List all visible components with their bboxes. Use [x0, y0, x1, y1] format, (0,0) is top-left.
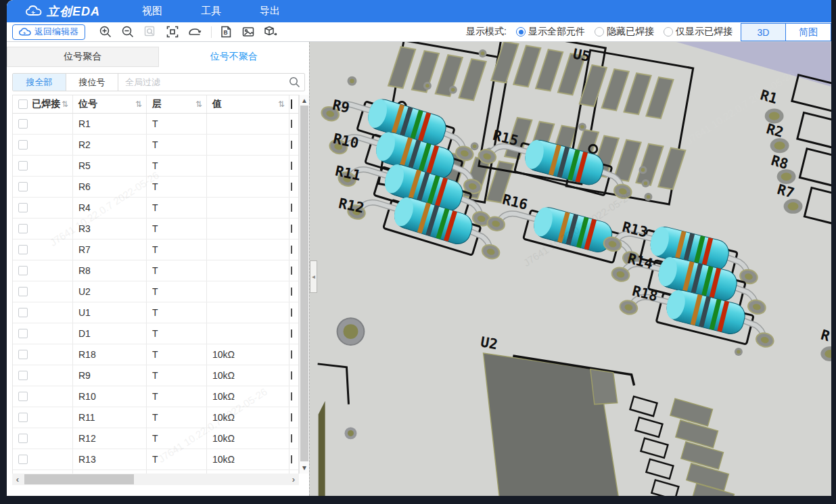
- radio-show-all-dot[interactable]: [516, 27, 526, 37]
- table-row[interactable]: R12 T 10kΩ: [13, 428, 298, 449]
- view-schematic-button[interactable]: 简图: [786, 23, 831, 41]
- radio-hide-soldered-dot[interactable]: [595, 27, 604, 37]
- sort-soldered-icon[interactable]: ⇅: [62, 99, 68, 109]
- radio-only-soldered-dot[interactable]: [664, 27, 673, 37]
- back-to-editor-button[interactable]: 返回编辑器: [12, 24, 85, 40]
- table-row[interactable]: R1 T: [13, 114, 298, 135]
- radio-show-all[interactable]: 显示全部元件: [516, 26, 585, 38]
- row-clipped-cell: [289, 407, 299, 428]
- sort-designator-icon[interactable]: ⇅: [135, 99, 142, 109]
- row-checkbox[interactable]: [18, 434, 28, 443]
- vertical-scrollbar[interactable]: ▲ ▼: [299, 95, 309, 474]
- zoom-out-icon[interactable]: [120, 24, 136, 40]
- rotate-view-icon[interactable]: [187, 24, 203, 40]
- table-row[interactable]: R4 T: [13, 198, 298, 219]
- table-row[interactable]: R18 T 10kΩ: [13, 344, 298, 365]
- table-row[interactable]: R5 T: [13, 156, 298, 177]
- row-designator-cell: R18: [73, 344, 147, 365]
- horizontal-scroll-thumb[interactable]: [24, 474, 134, 484]
- fit-view-icon[interactable]: [164, 24, 181, 40]
- panel-collapse-handle[interactable]: ◄: [310, 260, 317, 293]
- table-row[interactable]: R10 T 10kΩ: [13, 386, 298, 407]
- tab-aggregated[interactable]: 位号聚合: [7, 47, 159, 67]
- row-value-cell: [207, 135, 289, 155]
- radio-only-soldered[interactable]: 仅显示已焊接: [664, 26, 733, 38]
- row-soldered-cell: [13, 135, 73, 155]
- model-export-icon[interactable]: [262, 24, 279, 40]
- vertical-scroll-thumb[interactable]: [300, 106, 308, 461]
- table-row[interactable]: R3 T: [13, 219, 298, 239]
- row-soldered-cell: [13, 198, 73, 218]
- row-clipped-cell: [289, 239, 299, 260]
- row-checkbox[interactable]: [18, 392, 28, 401]
- row-layer-cell: T: [147, 135, 207, 155]
- scroll-right-arrow[interactable]: ›: [288, 474, 299, 485]
- search-designator-button[interactable]: 搜位号: [66, 74, 118, 91]
- image-export-icon[interactable]: [240, 24, 256, 40]
- bom-export-icon[interactable]: B: [218, 24, 234, 40]
- box-zoom-icon[interactable]: [142, 24, 158, 40]
- table-row[interactable]: U2 T: [13, 281, 298, 302]
- table-row[interactable]: R13 T 10kΩ: [13, 449, 298, 470]
- row-checkbox[interactable]: [18, 224, 28, 233]
- row-soldered-cell: [13, 156, 73, 176]
- pcb-3d-viewport[interactable]: ◄: [309, 42, 831, 496]
- row-checkbox[interactable]: [18, 245, 28, 254]
- row-checkbox[interactable]: [18, 287, 28, 296]
- menu-tools[interactable]: 工具: [201, 5, 221, 18]
- row-layer-cell: T: [147, 302, 207, 323]
- zoom-in-icon[interactable]: [97, 24, 114, 40]
- horizontal-scrollbar[interactable]: ‹ ›: [12, 474, 299, 485]
- row-checkbox[interactable]: [18, 182, 28, 191]
- pcb-3d-canvas[interactable]: R9 R10 R11 R12 R15 R16 R13 R14 R18 U5 U2…: [310, 42, 831, 496]
- row-layer-cell: T: [147, 114, 207, 134]
- table-row[interactable]: R8 T: [13, 260, 298, 281]
- row-soldered-cell: [13, 260, 73, 281]
- table-row[interactable]: R7 T: [13, 239, 298, 260]
- menu-export[interactable]: 导出: [260, 5, 280, 18]
- select-all-checkbox[interactable]: [18, 99, 28, 109]
- search-bar: 搜全部 搜位号: [12, 73, 305, 91]
- tab-not-aggregated[interactable]: 位号不聚合: [159, 47, 310, 67]
- row-checkbox[interactable]: [18, 455, 28, 464]
- scroll-up-arrow[interactable]: ▲: [300, 95, 309, 105]
- sort-layer-icon[interactable]: ⇅: [195, 99, 202, 109]
- row-clipped-cell: [289, 302, 299, 323]
- row-clipped-cell: [289, 365, 299, 386]
- row-clipped-cell: [289, 114, 299, 134]
- menu-view[interactable]: 视图: [142, 5, 162, 18]
- table-row[interactable]: R2 T: [13, 135, 298, 156]
- table-row[interactable]: R9 T 10kΩ: [13, 365, 298, 386]
- row-checkbox[interactable]: [18, 140, 28, 150]
- scroll-down-arrow[interactable]: ▼: [300, 463, 309, 472]
- row-checkbox[interactable]: [18, 413, 28, 422]
- row-checkbox[interactable]: [18, 371, 28, 380]
- row-clipped-cell: [289, 323, 299, 344]
- label-u5: U5: [572, 45, 592, 65]
- row-checkbox[interactable]: [18, 266, 28, 275]
- search-icon[interactable]: [284, 74, 304, 91]
- row-value-cell: 10kΩ: [207, 449, 289, 469]
- table-row[interactable]: R6 T: [13, 177, 298, 198]
- global-filter-input[interactable]: [118, 74, 284, 91]
- row-designator-cell: U2: [73, 281, 147, 302]
- row-checkbox[interactable]: [18, 329, 28, 338]
- view-3d-button[interactable]: 3D: [741, 23, 786, 41]
- sort-value-icon[interactable]: ⇅: [278, 99, 285, 109]
- row-checkbox[interactable]: [18, 119, 28, 129]
- search-all-button[interactable]: 搜全部: [13, 74, 66, 91]
- scroll-left-arrow[interactable]: ‹: [12, 474, 23, 485]
- radio-hide-soldered[interactable]: 隐藏已焊接: [595, 26, 654, 38]
- row-clipped-cell: [289, 219, 299, 239]
- row-checkbox[interactable]: [18, 308, 28, 317]
- row-value-cell: [207, 156, 289, 176]
- row-checkbox[interactable]: [18, 203, 28, 212]
- row-checkbox[interactable]: [18, 350, 28, 359]
- toolbar-divider: [211, 26, 212, 38]
- table-row[interactable]: U1 T: [13, 302, 298, 323]
- row-soldered-cell: [13, 323, 73, 344]
- row-checkbox[interactable]: [18, 161, 28, 170]
- table-row[interactable]: D1 T: [13, 323, 298, 344]
- table-row[interactable]: R11 T 10kΩ: [13, 407, 298, 428]
- col-clipped: [289, 95, 299, 113]
